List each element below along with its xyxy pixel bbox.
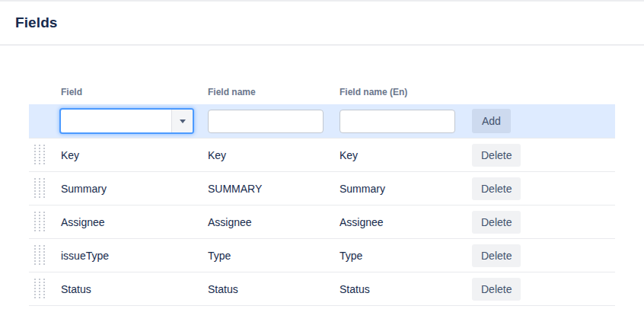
add-button[interactable]: Add — [472, 109, 511, 133]
delete-button-cell: Delete — [472, 177, 615, 200]
drag-handle-icon[interactable] — [33, 144, 45, 166]
table-row: Summary SUMMARY Summary Delete — [29, 172, 615, 206]
drag-handle-icon[interactable] — [33, 177, 45, 199]
field-name-cell — [208, 110, 340, 133]
chevron-down-icon — [180, 119, 186, 123]
column-header-field-name: Field name — [208, 87, 340, 97]
field-select-cell — [61, 108, 208, 134]
cell-field: Status — [61, 283, 208, 295]
field-select-value — [61, 110, 171, 132]
cell-field-name: Type — [208, 250, 340, 262]
cell-field-name: Key — [208, 149, 340, 161]
cell-field-name-en: Summary — [340, 183, 472, 195]
page-header: Fields — [0, 2, 644, 46]
field-name-input[interactable] — [208, 110, 324, 133]
page: Fields Field Field name Field name (En) — [0, 0, 644, 325]
delete-button-cell: Delete — [472, 244, 615, 267]
column-header-field: Field — [61, 87, 208, 97]
delete-button[interactable]: Delete — [472, 144, 521, 167]
field-name-en-cell — [340, 110, 472, 133]
cell-field-name: SUMMARY — [208, 183, 340, 195]
delete-button[interactable]: Delete — [472, 278, 521, 301]
table-row: Key Key Key Delete — [29, 139, 615, 172]
delete-button-cell: Delete — [472, 211, 615, 234]
page-title: Fields — [15, 14, 58, 31]
column-header-field-name-en: Field name (En) — [340, 87, 472, 97]
cell-field: Summary — [61, 183, 208, 195]
cell-field-name-en: Key — [340, 149, 472, 161]
handle-cell — [29, 211, 61, 233]
handle-cell — [29, 144, 61, 166]
table-body: Key Key Key Delete Summary SUMMARY Summa… — [29, 138, 615, 306]
fields-table: Field Field name Field name (En) — [29, 79, 615, 306]
delete-button[interactable]: Delete — [472, 177, 521, 200]
add-button-cell: Add — [472, 109, 615, 133]
cell-field-name-en: Status — [340, 283, 472, 295]
table-row: issueType Type Type Delete — [29, 239, 615, 272]
add-field-row: Add — [29, 104, 615, 138]
drag-handle-icon[interactable] — [33, 244, 45, 266]
delete-button[interactable]: Delete — [472, 244, 521, 267]
table-row: Status Status Status Delete — [29, 272, 615, 306]
cell-field: issueType — [61, 250, 208, 262]
cell-field-name-en: Assignee — [340, 216, 472, 228]
cell-field: Key — [61, 149, 208, 161]
cell-field-name-en: Type — [340, 250, 472, 262]
table-header-row: Field Field name Field name (En) — [29, 79, 615, 104]
cell-field-name: Assignee — [208, 216, 340, 228]
handle-cell — [29, 177, 61, 199]
cell-field: Assignee — [61, 216, 208, 228]
drag-handle-icon[interactable] — [33, 211, 45, 233]
delete-button-cell: Delete — [472, 278, 615, 301]
delete-button-cell: Delete — [472, 144, 615, 167]
table-row: Assignee Assignee Assignee Delete — [29, 206, 615, 239]
delete-button[interactable]: Delete — [472, 211, 521, 234]
field-name-en-input[interactable] — [340, 110, 455, 133]
field-select[interactable] — [59, 108, 194, 134]
field-select-dropdown-button[interactable] — [171, 110, 193, 132]
drag-handle-icon[interactable] — [33, 278, 45, 300]
handle-cell — [29, 278, 61, 300]
cell-field-name: Status — [208, 283, 340, 295]
handle-cell — [29, 244, 61, 266]
